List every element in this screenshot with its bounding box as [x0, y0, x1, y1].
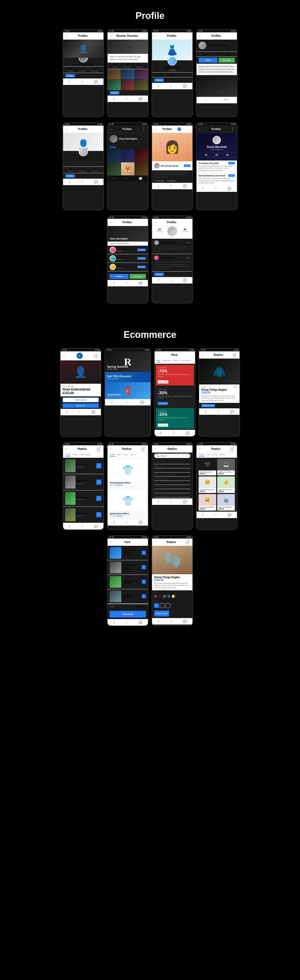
- back-btn-e10[interactable]: ←: [154, 540, 157, 544]
- addtocart-btn-e4[interactable]: Add to Cart: [201, 404, 215, 407]
- tab-tshirt-e5[interactable]: T-Shirt: [65, 453, 71, 457]
- addtocart-btn-e10[interactable]: Add to Cart: [154, 611, 169, 616]
- grid-item-e8-5[interactable]: 😄 Carving Smiles Mens £85.00: [198, 494, 216, 511]
- follow-post-8a[interactable]: Follow: [229, 162, 235, 164]
- follow-btn-4[interactable]: Follow: [198, 58, 217, 63]
- more-icon-10[interactable]: ⋮: [186, 220, 190, 225]
- add-icon-e5b[interactable]: +: [96, 479, 102, 485]
- checkout-btn-e9[interactable]: Checkout: [110, 611, 146, 617]
- color-blue-e10[interactable]: [167, 595, 170, 598]
- add-icon-e5a[interactable]: +: [96, 463, 102, 468]
- tab-denim-e5[interactable]: Denim: [86, 453, 91, 457]
- grid-item-e8-4[interactable]: ✌️ Justin Printed Mens £85.00: [217, 476, 235, 493]
- shop-now-2[interactable]: Shop Now: [158, 402, 168, 405]
- search-input-e7[interactable]: [160, 455, 188, 457]
- follow-btn-3[interactable]: Follow: [154, 78, 164, 82]
- cart-icon-e5[interactable]: 🛒: [96, 446, 102, 451]
- more-icon-4[interactable]: ⋮: [231, 33, 235, 38]
- follow-btn-5[interactable]: Follow: [65, 174, 75, 178]
- friend-follow-1[interactable]: Unfollow: [137, 248, 146, 251]
- back-btn-7[interactable]: ←: [154, 127, 157, 131]
- more-icon-1[interactable]: ⋮: [97, 33, 102, 38]
- grid-item-e8-1[interactable]: 🖤 Gun Composition £85.00: [198, 459, 216, 476]
- cat-counter[interactable]: Counter & Bar Stools (30): [154, 473, 190, 477]
- friend-follow-2[interactable]: Unfollow: [137, 257, 146, 260]
- nav-share-icon[interactable]: ⤴: [68, 80, 70, 84]
- cart-icon-e6[interactable]: 🛒: [141, 446, 146, 451]
- tab-tshirt-e8[interactable]: T-Shirt: [198, 453, 204, 457]
- wishlist-btn-e1[interactable]: Add to Wishlist: [63, 398, 99, 402]
- size-s-e10[interactable]: S: [154, 603, 159, 608]
- grid-item-e8-3[interactable]: 😊 Carving Smiles Mens £85.00: [198, 476, 216, 493]
- cat-kids[interactable]: Kids and Teens: [154, 493, 190, 497]
- nav-share-icon-2[interactable]: ⤴: [113, 97, 114, 101]
- cat-home-office[interactable]: Home Office: [154, 489, 190, 493]
- cart-icon-e8[interactable]: 🛒: [230, 446, 235, 451]
- back-btn-e6[interactable]: ←: [110, 447, 113, 450]
- back-btn-4[interactable]: ←: [198, 34, 202, 38]
- cat-dining[interactable]: Dining Room: [154, 464, 190, 468]
- back-btn-e4[interactable]: ←: [201, 353, 204, 357]
- tab-short-e8[interactable]: Short: [206, 453, 211, 457]
- grid-item-e8-6[interactable]: 🖨️ Justin Printed Mens £85.00: [217, 494, 235, 511]
- back-btn-e1[interactable]: ←: [63, 354, 66, 358]
- cat-tables[interactable]: Dining Tables (10): [154, 477, 190, 481]
- tab-short-e5[interactable]: Short: [73, 453, 77, 457]
- more-icon-2[interactable]: ⋮: [142, 33, 146, 38]
- cat-chairs[interactable]: Chairs (16): [154, 468, 190, 473]
- tab-floral-e8[interactable]: Floral: [212, 453, 217, 457]
- cart-icon-e1[interactable]: 🛒: [94, 353, 99, 358]
- more-icon-9[interactable]: ⋮: [142, 220, 146, 225]
- color-grey-e10[interactable]: [163, 595, 166, 598]
- shop-tab-accessories[interactable]: Accessories: [181, 360, 191, 363]
- more-icon-e7[interactable]: ✕: [187, 446, 190, 451]
- remove-icon-e9-4[interactable]: +: [142, 594, 146, 598]
- color-yellow-e10[interactable]: [172, 595, 175, 598]
- tab-denim-e6[interactable]: Denim: [130, 453, 135, 457]
- tab-short-e6[interactable]: Short: [117, 453, 122, 457]
- shop-now-3[interactable]: Shop Now: [158, 423, 168, 427]
- color-black-e10[interactable]: [159, 595, 162, 598]
- follow-btn-9[interactable]: Follow: [110, 274, 129, 279]
- cart-icon-e10[interactable]: 🛒: [185, 539, 190, 544]
- tab-tshirt-e6[interactable]: T-Shirt: [110, 453, 115, 457]
- add-icon-e5c[interactable]: +: [96, 496, 102, 501]
- back-btn-3[interactable]: ←: [154, 34, 157, 38]
- back-btn-2[interactable]: ←: [110, 34, 113, 38]
- back-btn-e3[interactable]: ←: [157, 353, 160, 357]
- follow-btn-7[interactable]: Follow: [184, 164, 190, 167]
- addtocart-btn-e1[interactable]: Add to Cart: [63, 403, 99, 408]
- tab-denim-e8[interactable]: Denim: [219, 453, 224, 457]
- cat-bedroom[interactable]: Bedroom: [154, 481, 190, 485]
- more-icon-8[interactable]: ⋮: [231, 127, 235, 132]
- more-icon-7[interactable]: ⋮: [186, 127, 190, 132]
- size-l-e10[interactable]: L: [165, 603, 170, 608]
- remove-icon-e9-2[interactable]: +: [142, 565, 146, 570]
- shop-tab-brands[interactable]: Brands: [173, 360, 179, 363]
- back-btn-e5[interactable]: ←: [65, 447, 68, 450]
- back-btn-9[interactable]: ←: [110, 221, 113, 224]
- photos-tab[interactable]: Photos: [110, 146, 116, 148]
- shop-tab-sale[interactable]: Sale: [157, 360, 160, 363]
- nav-comment-icon[interactable]: 💬: [94, 80, 98, 84]
- back-btn-5[interactable]: ←: [65, 127, 68, 131]
- follow-btn-1[interactable]: Follow: [65, 74, 75, 77]
- shop-now-1[interactable]: Shop Now: [158, 380, 168, 383]
- message-btn-9[interactable]: Message: [130, 274, 146, 279]
- color-red-e10[interactable]: [154, 595, 157, 598]
- remove-icon-e9-1[interactable]: +: [142, 551, 146, 555]
- back-btn-e9[interactable]: ←: [110, 540, 113, 544]
- cat-living[interactable]: Living Room: [154, 460, 190, 464]
- more-icon-e9[interactable]: ⋮: [142, 539, 146, 544]
- add-icon-e5d[interactable]: +: [96, 512, 102, 517]
- nav-heart-icon-2[interactable]: ♡: [125, 97, 128, 101]
- more-icon-e3[interactable]: ⋮: [189, 352, 193, 357]
- remove-icon-e9-3[interactable]: +: [142, 580, 146, 584]
- grid-item-e8-2[interactable]: 💻 System Error Mens £85.00: [217, 459, 235, 476]
- more-icon-3[interactable]: ⋮: [186, 33, 190, 38]
- nav-comment-icon-2[interactable]: 💬: [139, 97, 143, 101]
- more-icon-5[interactable]: ⋮: [97, 127, 102, 132]
- tab-floral-e6[interactable]: Floral: [123, 453, 128, 457]
- nav-heart-icon[interactable]: ♡: [81, 80, 84, 84]
- back-btn-1[interactable]: ←: [65, 34, 68, 38]
